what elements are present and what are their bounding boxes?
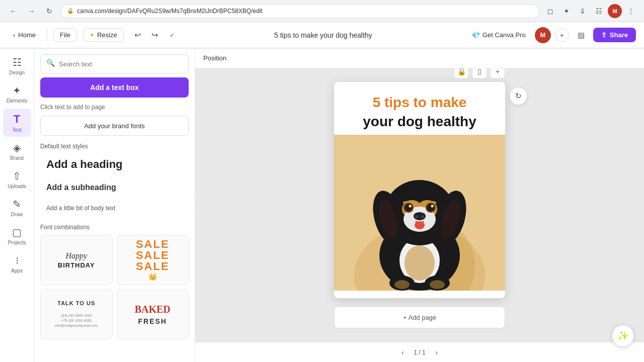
font-combo-birthday[interactable]: Happy BIRTHDAY	[40, 235, 113, 285]
address-text: (04) 293 3995 2092 +79 209 1092 4095 inf…	[55, 308, 98, 328]
brand-fonts-button[interactable]: Add your brand fonts	[40, 116, 189, 136]
gem-icon: 💎	[471, 31, 480, 39]
add-collaborator-button[interactable]: +	[555, 28, 569, 42]
next-page-button[interactable]: ›	[430, 345, 444, 359]
svg-point-25	[394, 280, 410, 289]
projects-icon: ▢	[12, 226, 22, 238]
resize-button[interactable]: ✦ Resize	[83, 28, 124, 42]
main-area: ☷ Design ✦ Elements T Text ◈ Brand ⇧ Upl…	[0, 48, 644, 362]
sidebar-item-design[interactable]: ☷ Design	[3, 52, 31, 79]
text-label: Text	[12, 127, 21, 133]
canvas-frame-actions: 🔒 ▯ +	[454, 68, 505, 79]
heading-style-button[interactable]: Add a heading	[40, 153, 189, 176]
click-hint-text: Click text to add to page	[34, 104, 195, 116]
get-pro-button[interactable]: 💎 Get Canva Pro	[466, 29, 531, 42]
add-frame-button[interactable]: +	[490, 68, 505, 79]
lock-icon: 🔒	[67, 8, 74, 14]
address-bar[interactable]: 🔒 canva.com/design/DAFvQRu2S9w/Ms7qBnxM2…	[60, 4, 539, 18]
design-title-orange: 5 tips to make	[334, 82, 505, 113]
redo-button[interactable]: ↪	[147, 27, 163, 43]
canvas-area: Position 🔒 ▯ + ↻ 5	[195, 48, 644, 362]
subheading-style-button[interactable]: Add a subheading	[40, 178, 189, 197]
right-actions-group: 💎 Get Canva Pro M + ▤ ⇧ Share	[466, 27, 636, 43]
lock-frame-button[interactable]: 🔒	[454, 68, 469, 79]
svg-point-16	[427, 204, 434, 211]
prev-page-button[interactable]: ‹	[395, 345, 410, 359]
browser-chrome: ← → ↻ 🔒 canva.com/design/DAFvQRu2S9w/Ms7…	[0, 0, 644, 22]
share-label: Share	[610, 31, 628, 39]
design-card[interactable]: 5 tips to make your dog healthy	[334, 82, 505, 298]
file-button[interactable]: File	[53, 28, 77, 42]
svg-point-18	[431, 205, 434, 208]
talk-to-us-text: TALK TO US	[57, 300, 95, 306]
refresh-design-button[interactable]: ↻	[509, 87, 527, 105]
add-page-button[interactable]: + Add page	[334, 306, 505, 328]
bottom-toolbar: ‹ 1 / 1 ›	[195, 342, 644, 362]
uploads-label: Uploads	[8, 184, 26, 189]
uploads-icon: ⇧	[13, 170, 21, 182]
svg-point-26	[430, 280, 445, 289]
dog-image	[334, 135, 505, 291]
fresh-text: FRESH	[138, 317, 167, 325]
floating-ai-button[interactable]: ✨	[612, 325, 634, 347]
chevron-left-icon: ‹	[13, 31, 15, 39]
top-toolbar: ‹ Home File ✦ Resize ↩ ↪ ✓ 5 tips to mak…	[0, 22, 644, 48]
font-combo-baked[interactable]: BAKED FRESH	[117, 289, 189, 339]
icon-sidebar: ☷ Design ✦ Elements T Text ◈ Brand ⇧ Upl…	[0, 48, 34, 362]
resize-star-icon: ✦	[90, 32, 95, 39]
extension-btn-2[interactable]: ✦	[559, 4, 574, 18]
add-textbox-button[interactable]: Add a text box	[40, 77, 189, 98]
body-style-text: Add a little bit of body text	[46, 205, 115, 212]
sidebar-item-brand[interactable]: ◈ Brand	[3, 138, 31, 165]
subheading-style-text: Add a subheading	[46, 183, 116, 192]
search-input[interactable]	[40, 54, 189, 73]
brand-icon: ◈	[13, 142, 21, 154]
sidebar-item-text[interactable]: T Text	[3, 109, 31, 137]
share-button[interactable]: ⇧ Share	[593, 28, 636, 42]
design-icon: ☷	[13, 56, 22, 68]
duplicate-frame-button[interactable]: ▯	[472, 68, 487, 79]
sidebar-item-apps[interactable]: ⁝ Apps	[3, 250, 31, 278]
menu-btn[interactable]: ⋮	[624, 4, 638, 18]
body-style-button[interactable]: Add a little bit of body text	[40, 199, 189, 217]
download-btn[interactable]: ⇓	[576, 4, 590, 18]
profile-btn[interactable]: M	[608, 4, 622, 18]
svg-point-10	[415, 216, 418, 218]
font-combinations-grid: Happy BIRTHDAY SALE SALE SALE 👑 TALK TO …	[34, 235, 195, 343]
sidebar-item-draw[interactable]: ✎ Draw	[3, 194, 31, 221]
search-icon: 🔍	[46, 59, 55, 67]
home-button[interactable]: ‹ Home	[8, 28, 41, 42]
canvas-topbar: Position	[195, 48, 644, 68]
font-combo-sale[interactable]: SALE SALE SALE 👑	[117, 235, 189, 285]
font-combo-restaurant[interactable]: TALK TO US (04) 293 3995 2092 +79 209 10…	[40, 289, 113, 339]
font-combos-label: Font combinations	[34, 219, 195, 235]
sidebar-item-projects[interactable]: ▢ Projects	[3, 222, 31, 249]
undo-button[interactable]: ↩	[130, 27, 146, 43]
sale-text-1: SALE	[136, 239, 170, 250]
user-avatar[interactable]: M	[535, 27, 551, 43]
sidebar-item-uploads[interactable]: ⇧ Uploads	[3, 166, 31, 193]
apps-label: Apps	[11, 268, 23, 274]
sale-text-3: SALE	[136, 261, 170, 272]
canvas-scroll[interactable]: 🔒 ▯ + ↻ 5 tips to make your dog healthy	[195, 68, 644, 342]
design-title-black: your dog healthy	[334, 113, 505, 135]
refresh-button[interactable]: ↻	[42, 4, 56, 18]
back-button[interactable]: ←	[6, 4, 20, 18]
svg-point-12	[415, 221, 425, 229]
svg-point-15	[405, 204, 412, 211]
search-area: 🔍	[34, 48, 195, 77]
sidebar-toggle-btn[interactable]: ☷	[592, 4, 606, 18]
draw-icon: ✎	[13, 198, 21, 210]
separator-1	[47, 29, 47, 41]
sidebar-item-elements[interactable]: ✦ Elements	[3, 80, 31, 108]
analytics-button[interactable]: ▤	[573, 27, 589, 43]
save-status-button[interactable]: ✓	[164, 27, 180, 43]
default-styles-label: Default text styles	[34, 138, 195, 153]
url-text: canva.com/design/DAFvQRu2S9w/Ms7qBnxM2iJ…	[77, 8, 263, 15]
svg-point-17	[409, 205, 412, 208]
birthday-combo: Happy BIRTHDAY	[58, 251, 95, 269]
heading-style-text: Add a heading	[46, 158, 123, 170]
extension-btn-1[interactable]: ◻	[543, 4, 557, 18]
forward-button[interactable]: →	[24, 4, 38, 18]
share-icon: ⇧	[601, 31, 607, 39]
